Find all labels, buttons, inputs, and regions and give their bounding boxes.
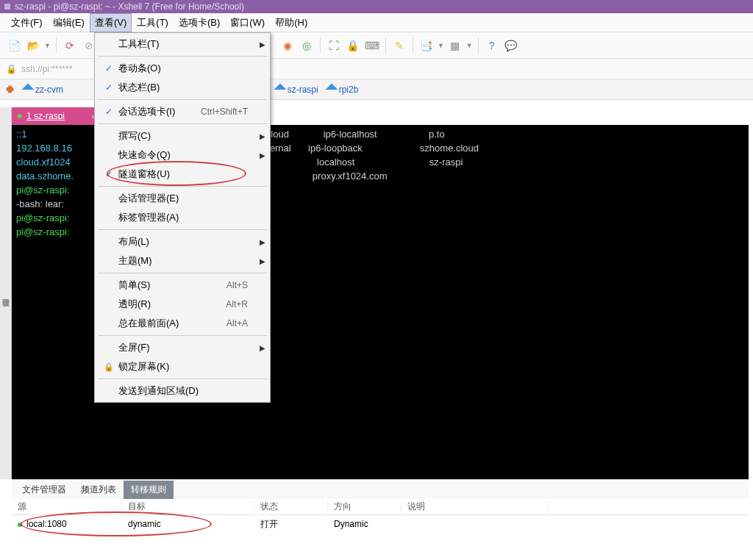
menu-item-shortcut: Ctrl+Shift+T: [201, 107, 255, 117]
chat-icon[interactable]: 💬: [503, 37, 519, 54]
layout-icon[interactable]: ▦: [447, 37, 463, 54]
menu-item[interactable]: 🔒锁定屏幕(K): [96, 357, 268, 376]
menu-item[interactable]: 总在最前面(A)Alt+A: [96, 314, 268, 333]
menu-item[interactable]: 发送到通知区域(D): [96, 381, 268, 401]
menu-item-shortcut: Alt+S: [226, 280, 255, 290]
add-tab-icon[interactable]: 🞦: [6, 85, 15, 95]
tab-channel-list[interactable]: 频道列表: [74, 481, 124, 499]
left-sidebar-strip[interactable]: 会话管理器: [0, 107, 12, 479]
session-manager-tab[interactable]: 会话管理器: [1, 290, 11, 296]
menu-separator: [98, 378, 267, 379]
bottom-panel: 文件管理器 频道列表 转移规则 源 目标 状态 方向 说明 local:1080…: [12, 479, 749, 560]
new-icon[interactable]: 📄: [6, 37, 22, 54]
menu-separator: [98, 273, 267, 273]
terminal-tab-label: 1 sz-raspi: [26, 111, 65, 121]
check-icon: ✓: [99, 63, 118, 73]
arrow-icon: [274, 83, 286, 96]
menu-item-label: 快速命令(Q): [118, 148, 248, 162]
tab-forward-rules[interactable]: 转移规则: [124, 481, 174, 499]
col-source[interactable]: 源: [12, 500, 122, 513]
menu-item-label: 锁定屏幕(K): [118, 360, 248, 373]
fullscreen-icon[interactable]: ⛶: [326, 37, 342, 54]
help-icon[interactable]: ?: [484, 37, 500, 54]
menu-item[interactable]: ✓会话选项卡(I)Ctrl+Shift+T: [96, 102, 268, 121]
menu-item[interactable]: 会话管理器(E): [96, 189, 268, 208]
menu-edit[interactable]: 编辑(E): [48, 13, 90, 32]
lock-icon[interactable]: 🔒: [345, 37, 361, 54]
arrow-icon: [325, 83, 338, 96]
reconnect-icon[interactable]: ⟳: [62, 37, 78, 54]
col-desc[interactable]: 说明: [402, 500, 549, 513]
check-icon: ✓: [99, 107, 118, 117]
menu-separator: [98, 335, 267, 336]
session-tab-rpi2b[interactable]: rpi2b: [327, 85, 359, 95]
menu-item[interactable]: 快速命令(Q)▶: [96, 146, 268, 165]
menu-item-label: 总在最前面(A): [118, 317, 226, 330]
check-icon: ✓: [99, 169, 118, 179]
menu-item[interactable]: 标签管理器(A): [96, 208, 268, 227]
cell-status: 打开: [254, 518, 328, 531]
menu-item[interactable]: 布局(L)▶: [96, 232, 268, 251]
submenu-arrow-icon: ▶: [255, 238, 265, 246]
window-title: sz-raspi - pi@sz-raspi: ~ - Xshell 7 (Fr…: [15, 1, 244, 12]
browser-icon[interactable]: ◎: [299, 37, 315, 54]
menu-item-shortcut: Alt+R: [226, 299, 255, 309]
menu-file[interactable]: 文件(F): [6, 13, 48, 32]
menu-item[interactable]: 简单(S)Alt+S: [96, 276, 268, 295]
menu-separator: [98, 123, 267, 124]
terminal-tab-active[interactable]: 1 sz-raspi ›: [12, 107, 100, 125]
menu-item[interactable]: ✓卷动条(O): [96, 59, 268, 78]
submenu-arrow-icon: ▶: [255, 344, 265, 352]
menu-item[interactable]: ✓状态栏(B): [96, 78, 268, 97]
menubar: 文件(F) 编辑(E) 查看(V) 工具(T) 选项卡(B) 窗口(W) 帮助(…: [0, 13, 753, 32]
keyboard-icon[interactable]: ⌨: [364, 37, 380, 54]
menu-item[interactable]: 透明(R)Alt+R: [96, 295, 268, 314]
font-icon[interactable]: 📑: [418, 37, 435, 54]
col-target[interactable]: 目标: [122, 500, 254, 513]
menu-window[interactable]: 窗口(W): [225, 13, 270, 32]
submenu-arrow-icon: ▶: [255, 151, 265, 159]
menu-item-label: 状态栏(B): [118, 81, 248, 94]
menu-tabs[interactable]: 选项卡(B): [174, 13, 225, 32]
cell-target: dynamic: [122, 519, 254, 529]
col-status[interactable]: 状态: [254, 500, 328, 513]
window-titlebar: sz-raspi - pi@sz-raspi: ~ - Xshell 7 (Fr…: [0, 0, 753, 13]
dropdown-arrow-icon[interactable]: ▼: [438, 42, 444, 49]
col-direction[interactable]: 方向: [328, 500, 402, 513]
menu-item[interactable]: 主题(M)▶: [96, 251, 268, 270]
menu-item[interactable]: 工具栏(T)▶: [96, 35, 268, 54]
menu-item-label: 发送到通知区域(D): [118, 384, 248, 398]
menu-separator: [98, 99, 267, 100]
menu-help[interactable]: 帮助(H): [270, 13, 313, 32]
menu-item-label: 会话选项卡(I): [118, 105, 201, 118]
firefox-icon[interactable]: ◉: [279, 37, 296, 54]
dropdown-arrow-icon[interactable]: ▼: [44, 42, 51, 49]
dropdown-arrow-icon[interactable]: ▼: [466, 42, 473, 49]
menu-item[interactable]: ✓隧道窗格(U): [96, 165, 268, 184]
highlight-icon[interactable]: ✎: [391, 37, 407, 54]
menu-separator: [98, 56, 267, 57]
menu-item-label: 隧道窗格(U): [118, 168, 248, 181]
session-tab-zzcvm[interactable]: zz-cvm: [24, 85, 63, 95]
menu-item-label: 卷动条(O): [118, 62, 248, 75]
menu-tools[interactable]: 工具(T): [132, 13, 174, 32]
status-dot-icon: [18, 114, 22, 118]
arrow-icon: [22, 83, 35, 96]
menu-item[interactable]: 全屏(F)▶: [96, 338, 268, 357]
submenu-arrow-icon: ▶: [255, 132, 265, 140]
menu-item-label: 简单(S): [118, 279, 226, 292]
menu-view[interactable]: 查看(V): [90, 13, 132, 32]
open-icon[interactable]: 📂: [25, 37, 41, 54]
menu-item[interactable]: 撰写(C)▶: [96, 126, 268, 146]
menu-item-label: 透明(R): [118, 298, 226, 311]
status-dot-icon: [18, 523, 22, 527]
menu-item-label: 布局(L): [118, 235, 248, 248]
table-row[interactable]: local:1080 dynamic 打开 Dynamic: [12, 515, 749, 533]
view-menu-dropdown: 工具栏(T)▶✓卷动条(O)✓状态栏(B)✓会话选项卡(I)Ctrl+Shift…: [94, 32, 271, 403]
tab-file-manager[interactable]: 文件管理器: [15, 481, 74, 499]
menu-item-shortcut: Alt+A: [226, 318, 255, 329]
menu-item-label: 工具栏(T): [118, 37, 248, 51]
menu-item-label: 全屏(F): [118, 341, 248, 354]
session-tab-szraspi[interactable]: sz-raspi: [276, 85, 318, 95]
menu-item-label: 撰写(C): [118, 129, 248, 143]
